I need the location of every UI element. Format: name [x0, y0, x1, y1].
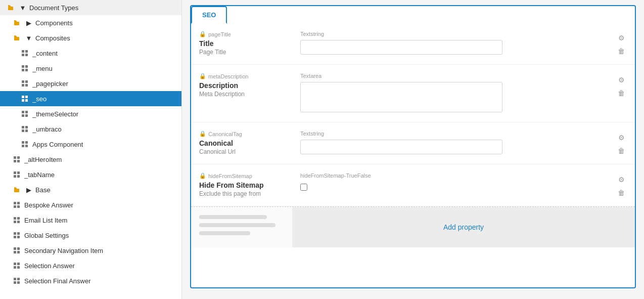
property-name-canonicalTag: Canonical — [199, 139, 292, 147]
sidebar-item-selection-final-answer[interactable]: Selection Final Answer — [0, 273, 181, 288]
svg-marker-2 — [14, 20, 17, 22]
folder-closed-icon — [12, 185, 21, 194]
lock-icon: 🔒 — [199, 31, 206, 37]
sidebar-item-composites[interactable]: ▼ Composites — [0, 30, 181, 46]
sidebar-item-bespoke-answer[interactable]: Bespoke Answer — [0, 197, 181, 212]
property-row-hideFromSitemap: 🔒 hideFromSitemap Hide From Sitemap Excl… — [191, 164, 635, 206]
gear-button-canonicalTag[interactable]: ⚙ — [616, 133, 627, 143]
property-left-hideFromSitemap: 🔒 hideFromSitemap Hide From Sitemap Excl… — [199, 173, 300, 197]
sidebar-item-label: _content — [32, 50, 177, 57]
add-property-button[interactable]: Add property — [443, 223, 484, 231]
sidebar-item-label: Document Types — [29, 4, 177, 12]
svg-rect-3 — [14, 22, 19, 25]
property-type-metaDescription: Textarea — [300, 73, 608, 79]
lock-icon: 🔒 — [199, 173, 206, 179]
grid-icon — [12, 200, 21, 209]
delete-button-pageTitle[interactable]: 🗑 — [616, 46, 627, 56]
property-alias-pageTitle: 🔒 pageTitle — [199, 31, 292, 37]
svg-rect-7 — [14, 189, 19, 192]
property-type-hideFromSitemap: hideFromSitemap-TrueFalse — [300, 173, 608, 179]
svg-marker-6 — [14, 187, 17, 189]
property-actions-canonicalTag: ⚙ 🗑 — [616, 131, 627, 156]
canonicalTag-input[interactable] — [300, 140, 502, 154]
main-content: SEO 🔒 pageTitle Title Page Title Textstr… — [182, 0, 644, 299]
delete-button-canonicalTag[interactable]: 🗑 — [616, 146, 627, 156]
property-desc-pageTitle: Page Title — [199, 49, 292, 56]
grid-icon — [12, 155, 21, 164]
folder-closed-icon — [12, 18, 21, 27]
tab-label: SEO — [202, 11, 216, 19]
sidebar-item-global-settings[interactable]: Global Settings — [0, 228, 181, 243]
sidebar-item-label: Components — [35, 19, 177, 27]
property-center-pageTitle: Textstring — [300, 31, 612, 55]
sidebar-item-label: Apps Component — [32, 141, 177, 148]
sidebar-item-umbraco[interactable]: _umbraco — [0, 121, 181, 137]
sidebar: ▼ Document Types ▶ Components ▼ Composit… — [0, 0, 182, 299]
sidebar-item-base[interactable]: ▶ Base — [0, 182, 181, 197]
chevron-right-icon: ▶ — [24, 18, 33, 27]
bottom-section: Add property — [191, 206, 635, 247]
sidebar-item-altHeroItem[interactable]: _altHeroItem — [0, 152, 181, 167]
property-alias-metaDescription: 🔒 metaDescription — [199, 73, 292, 79]
sidebar-item-email-list-item[interactable]: Email List Item — [0, 212, 181, 228]
sidebar-item-label: _umbraco — [32, 125, 177, 133]
sidebar-item-label: _themeSelector — [32, 110, 177, 118]
property-name-hideFromSitemap: Hide From Sitemap — [199, 181, 292, 189]
lock-icon: 🔒 — [199, 131, 206, 137]
sidebar-item-label: Selection Answer — [24, 262, 177, 270]
chevron-down-icon: ▼ — [24, 33, 33, 42]
property-type-pageTitle: Textstring — [300, 31, 608, 37]
grid-icon — [20, 109, 29, 118]
property-alias-hideFromSitemap: 🔒 hideFromSitemap — [199, 173, 292, 179]
sidebar-item-seo[interactable]: _seo — [0, 91, 181, 106]
sidebar-item-document-types[interactable]: ▼ Document Types — [0, 0, 181, 15]
sidebar-item-label: Global Settings — [24, 232, 177, 239]
sidebar-item-label: _seo — [32, 95, 177, 103]
property-desc-canonicalTag: Canonical Url — [199, 148, 292, 155]
sidebar-item-label: Secondary Navigation Item — [24, 247, 177, 254]
grid-icon — [20, 140, 29, 149]
property-left-canonicalTag: 🔒 CanonicalTag Canonical Canonical Url — [199, 131, 300, 155]
sidebar-item-pagepicker[interactable]: _pagepicker — [0, 76, 181, 91]
sidebar-item-menu[interactable]: _menu — [0, 61, 181, 76]
tab-content-seo: 🔒 pageTitle Title Page Title Textstring … — [191, 23, 635, 247]
delete-button-metaDescription[interactable]: 🗑 — [616, 88, 627, 98]
property-actions-metaDescription: ⚙ 🗑 — [616, 73, 627, 98]
grid-icon — [20, 94, 29, 103]
sidebar-item-components[interactable]: ▶ Components — [0, 15, 181, 30]
grid-icon — [20, 124, 29, 134]
property-center-canonicalTag: Textstring — [300, 131, 612, 154]
lock-icon: 🔒 — [199, 73, 206, 79]
grid-icon — [20, 79, 29, 88]
tabs-bar: SEO — [191, 6, 635, 23]
hideFromSitemap-checkbox[interactable] — [300, 184, 307, 191]
delete-button-hideFromSitemap[interactable]: 🗑 — [616, 188, 627, 198]
svg-marker-4 — [14, 35, 17, 37]
sidebar-item-secondary-navigation-item[interactable]: Secondary Navigation Item — [0, 243, 181, 258]
property-actions-pageTitle: ⚙ 🗑 — [616, 31, 627, 56]
gear-button-metaDescription[interactable]: ⚙ — [616, 75, 627, 85]
svg-rect-1 — [8, 7, 13, 10]
gear-button-hideFromSitemap[interactable]: ⚙ — [616, 175, 627, 185]
sidebar-item-content[interactable]: _content — [0, 46, 181, 61]
alias-text: pageTitle — [208, 31, 231, 37]
tab-seo[interactable]: SEO — [191, 6, 227, 24]
property-center-hideFromSitemap: hideFromSitemap-TrueFalse — [300, 173, 612, 192]
alias-text: hideFromSitemap — [208, 173, 252, 179]
sidebar-item-tabName[interactable]: _tabName — [0, 167, 181, 182]
placeholder-line-1 — [199, 215, 267, 219]
sidebar-item-label: Selection Final Answer — [24, 277, 177, 285]
grid-icon — [12, 246, 21, 255]
property-type-canonicalTag: Textstring — [300, 131, 608, 137]
metaDescription-textarea[interactable] — [300, 82, 502, 112]
gear-button-pageTitle[interactable]: ⚙ — [616, 33, 627, 43]
pageTitle-input[interactable] — [300, 40, 502, 55]
sidebar-item-label: Composites — [35, 34, 177, 42]
sidebar-item-themeSelector[interactable]: _themeSelector — [0, 106, 181, 121]
sidebar-item-label: Base — [35, 186, 177, 194]
grid-icon — [12, 170, 21, 179]
grid-icon — [12, 276, 21, 285]
sidebar-item-apps-component[interactable]: Apps Component — [0, 137, 181, 152]
sidebar-item-selection-answer[interactable]: Selection Answer — [0, 258, 181, 273]
property-center-metaDescription: Textarea — [300, 73, 612, 114]
